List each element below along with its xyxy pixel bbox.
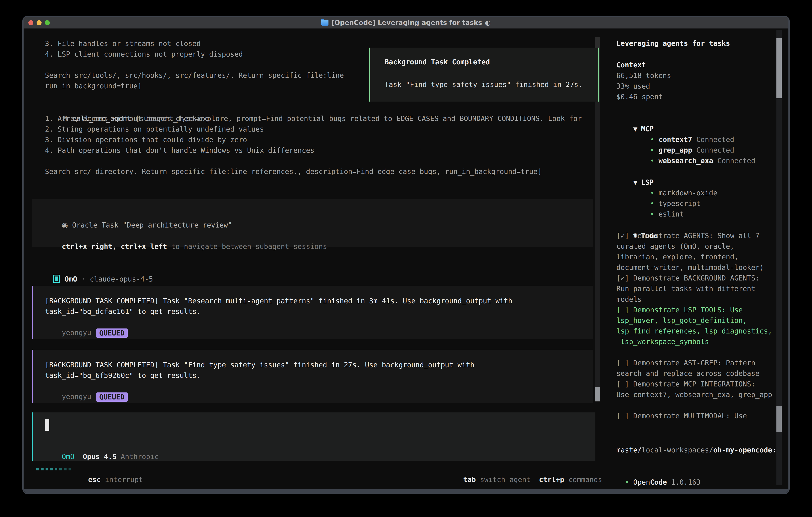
tool-call-line: Search src/ directory. Return specific f… — [45, 166, 582, 177]
radio-selected-icon: ◉ — [62, 221, 68, 229]
input-agent-name: OmO — [62, 453, 74, 461]
lsp-heading: LSP — [641, 178, 654, 186]
esc-key-hint: esc — [88, 475, 101, 484]
message-line: [BACKGROUND TASK COMPLETED] Task "Resear… — [45, 296, 592, 306]
hint-keys: ctrl+x right, ctrl+x left — [62, 243, 167, 250]
background-task-message: [BACKGROUND TASK COMPLETED] Task "Resear… — [32, 286, 592, 339]
tool-call-block: ⚙ call_omo_agent [subagent_type=explore,… — [45, 103, 582, 177]
message-footer: yeongyuQUEUED — [45, 317, 592, 327]
mcp-server-name: websearch_exa — [659, 157, 713, 165]
scrollback-line: 3. File handles or streams not closed — [45, 38, 344, 49]
status-dot-icon: • — [650, 136, 655, 143]
window-file-icon — [321, 20, 328, 26]
oracle-task-title-row: ◉ Oracle Task "Deep architecture review" — [45, 209, 592, 220]
message-line: task_id="bg_dcfac161" to get results. — [45, 306, 592, 317]
mcp-server-status: Connected — [696, 136, 734, 143]
mcp-server-status: Connected — [696, 146, 734, 154]
mcp-section-header[interactable]: ▼MCP — [616, 113, 782, 124]
app-version-footer: •OpenCode 1.0.163 — [616, 466, 782, 477]
todo-item-line: librarian, explore, frontend, — [616, 252, 782, 262]
lsp-section-header[interactable]: ▼LSP — [616, 166, 782, 177]
todo-item-line: Use context7, websearch_exa, grep_app — [616, 389, 782, 400]
lsp-server-name: markdown-oxide — [659, 189, 718, 197]
toast-title: Background Task Completed — [385, 57, 598, 67]
agent-name: OmO — [64, 275, 77, 283]
message-author: yeongyu — [62, 329, 91, 337]
workspace-info: ~/local-workspaces/oh-my-opencode: maste… — [616, 434, 782, 456]
oracle-task-box: ◉ Oracle Task "Deep architecture review"… — [32, 199, 592, 247]
traffic-lights — [28, 17, 50, 28]
tool-call-line — [45, 156, 582, 166]
context-heading: Context — [616, 60, 782, 71]
todo-item-line: [✓] Demonstrate AGENTS: Show all 7 — [616, 230, 782, 241]
todo-list: [✓] Demonstrate AGENTS: Show all 7curate… — [616, 230, 782, 421]
mcp-server-name: context7 — [659, 136, 692, 143]
todo-item-line: lsp_hover, lsp_goto_definition, — [616, 315, 782, 326]
tool-call-header: ⚙ call_omo_agent [subagent_type=explore,… — [45, 103, 582, 113]
minimize-button[interactable] — [36, 20, 41, 25]
tool-call-line: 2. String operations on potentially unde… — [45, 124, 582, 135]
queued-badge: QUEUED — [96, 328, 128, 338]
todo-scrollbar-thumb[interactable] — [777, 406, 782, 432]
mcp-heading: MCP — [641, 125, 654, 133]
status-dot-icon: • — [625, 478, 629, 486]
window-title: [OpenCode] Leveraging agents for tasks — [331, 19, 482, 27]
session-progress-icon: ◐ — [485, 19, 491, 27]
todo-item-line: document-writer, multimodal-looker) — [616, 262, 782, 273]
scrollback-line — [45, 60, 344, 70]
hint-text: to navigate between subagent sessions — [167, 243, 327, 250]
titlebar[interactable]: [OpenCode] Leveraging agents for tasks ◐ — [24, 17, 788, 29]
scrollback-line: run_in_background=true] — [45, 81, 344, 91]
lsp-server-name: eslint — [659, 210, 684, 218]
todo-item-line: curated agents (OmO, oracle, — [616, 241, 782, 252]
session-title: Leveraging agents for tasks — [616, 38, 782, 49]
sidebar-scrollbar-thumb[interactable] — [777, 38, 782, 98]
lsp-server-name: typescript — [659, 199, 701, 208]
close-button[interactable] — [28, 20, 33, 25]
todo-item-line: [ ] Demonstrate AST-GREP: Pattern — [616, 358, 782, 368]
context-stats: 66,518 tokens33% used$0.46 spent — [616, 71, 782, 102]
esc-key-label: interrupt — [105, 475, 143, 484]
agent-model: claude-opus-4-5 — [90, 275, 153, 283]
mcp-server-name: grep_app — [659, 146, 692, 154]
toast-body: Task "Find type safety issues" finished … — [385, 79, 598, 90]
todo-item-line — [616, 347, 782, 358]
lsp-section: ▼LSP •markdown-oxide •typescript •eslint — [616, 166, 782, 209]
prompt-input[interactable]: OmO Opus 4.5 Anthropic — [32, 412, 596, 461]
todo-item-line: Run parallel tasks with different — [616, 283, 782, 294]
tool-call-line: 4. Path operations that don't handle Win… — [45, 145, 582, 156]
workspace-path: ~/local-workspaces/ — [633, 446, 713, 454]
separator-dot: · — [81, 275, 86, 283]
app-name-bold: Code — [650, 478, 667, 486]
maximize-button[interactable] — [45, 20, 50, 25]
todo-item-line: search and replace across codebase — [616, 368, 782, 379]
context-stat-line: 33% used — [616, 81, 782, 91]
context-stat-line: 66,518 tokens — [616, 71, 782, 81]
message-line: task_id="bg_6f59260c" to get results. — [45, 370, 592, 381]
status-dot-icon: • — [650, 157, 655, 165]
oracle-task-title: Oracle Task "Deep architecture review" — [72, 221, 232, 229]
status-dot-icon: • — [650, 189, 655, 197]
todo-item-line — [616, 400, 782, 411]
main-scrollbar-segment[interactable] — [595, 37, 600, 48]
todo-item-line: [ ] Demonstrate MULTIMODAL: Use — [616, 411, 782, 421]
agent-avatar-icon — [53, 275, 60, 283]
todo-item-line: [✓] Demonstrate BACKGROUND AGENTS: — [616, 273, 782, 283]
app-version: 1.0.163 — [671, 478, 701, 486]
ctrlp-key-hint: ctrl+p — [539, 475, 564, 484]
tab-key-label: switch agent — [480, 475, 530, 484]
background-task-message: [BACKGROUND TASK COMPLETED] Task "Find t… — [32, 350, 592, 403]
mcp-server-status: Connected — [718, 157, 755, 165]
queued-badge: QUEUED — [96, 392, 128, 402]
main-scrollbar-thumb[interactable] — [595, 387, 600, 402]
input-model-name: Opus 4.5 — [83, 453, 117, 461]
message-author: yeongyu — [62, 393, 91, 401]
subagent-nav-hint: ctrl+x right, ctrl+x left to navigate be… — [45, 231, 592, 241]
todo-section-header[interactable]: ▼Todo — [616, 220, 782, 230]
scrollback-text: 3. File handles or streams not closed4. … — [45, 38, 344, 91]
scrollback-line: 4. LSP client connections not properly d… — [45, 49, 344, 60]
ctrlp-key-label: commands — [569, 475, 602, 484]
chevron-down-icon: ▼ — [633, 125, 637, 133]
window-bottom-edge — [24, 489, 788, 493]
workspace-repo: oh-my-opencode: — [713, 446, 777, 454]
